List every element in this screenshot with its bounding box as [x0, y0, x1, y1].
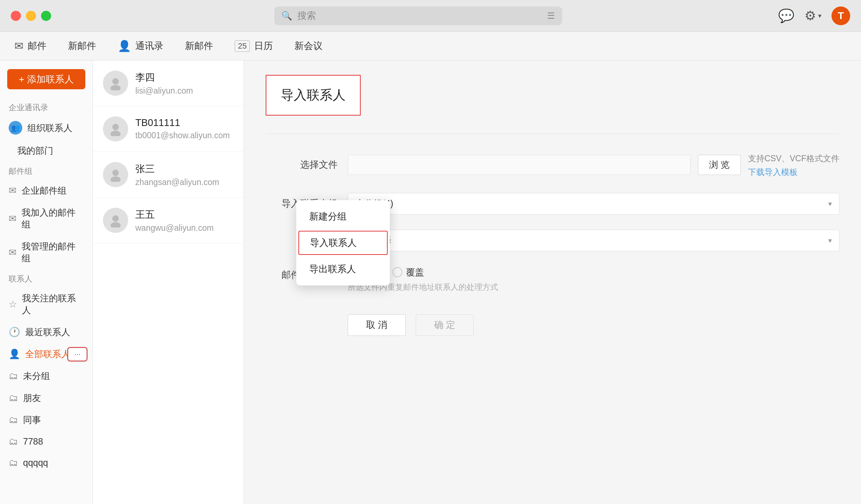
- folder-icon-0: 🗂: [9, 370, 18, 382]
- contact-avatar-2: [103, 162, 128, 187]
- group-3-label: 7788: [23, 436, 43, 447]
- folder-icon-2: 🗂: [9, 414, 18, 426]
- more-button[interactable]: ···: [68, 348, 87, 361]
- file-hint-text: 支持CSV、VCF格式文件: [748, 152, 839, 165]
- toolbar-contacts[interactable]: 👤 通讯录: [118, 40, 163, 52]
- gear-area[interactable]: ⚙ ▾: [804, 8, 821, 23]
- svg-point-5: [111, 176, 121, 182]
- group-1-label: 朋友: [23, 392, 41, 404]
- toolbar-new-mail[interactable]: 新邮件: [68, 40, 96, 52]
- file-input-box[interactable]: [348, 155, 691, 175]
- toolbar-mail[interactable]: ✉ 邮件: [14, 40, 46, 52]
- maximize-button[interactable]: [41, 11, 51, 21]
- select-file-label: 选择文件: [266, 158, 338, 171]
- chat-icon[interactable]: 💬: [778, 8, 794, 23]
- radio-cover[interactable]: 覆盖: [392, 266, 424, 278]
- sidebar: + 添加联系人 企业通讯录 👥 组织联系人 我的部门 邮件组 ✉ 企业邮件组 ✉…: [0, 60, 93, 504]
- contact-email-3: wangwu@aliyun.com: [135, 223, 234, 233]
- toolbar-new-meeting-label: 新会议: [294, 40, 323, 52]
- search-input[interactable]: 搜索: [297, 9, 542, 22]
- titlebar-right: 💬 ⚙ ▾ T: [778, 6, 850, 25]
- contact-name-2: 张三: [135, 162, 234, 175]
- group-2-label: 同事: [23, 414, 41, 426]
- sidebar-item-managed-mailgroup[interactable]: ✉ 我管理的邮件组: [0, 235, 93, 269]
- contact-item-0[interactable]: 李四 lisi@aliyun.com: [93, 60, 244, 106]
- form-row-select-file: 选择文件 浏 览 支持CSV、VCF格式文件 下载导入模板: [266, 152, 839, 178]
- titlebar: 🔍 搜索 ☰ 💬 ⚙ ▾ T: [0, 0, 861, 32]
- contact-avatar-1: [103, 116, 128, 141]
- encoding-select[interactable]: 自动选择 ▾: [348, 230, 839, 251]
- contact-info-3: 王五 wangwu@aliyun.com: [135, 208, 234, 233]
- svg-point-3: [111, 131, 121, 136]
- download-template-link[interactable]: 下载导入模板: [748, 167, 839, 178]
- contact-item-3[interactable]: 王五 wangwu@aliyun.com: [93, 198, 244, 243]
- svg-point-0: [112, 78, 119, 85]
- context-menu-export[interactable]: 导出联系人: [296, 256, 390, 282]
- confirm-button[interactable]: 确 定: [416, 314, 474, 336]
- mailgroup-section-label: 邮件组: [0, 163, 93, 180]
- browse-button[interactable]: 浏 览: [698, 155, 741, 175]
- calendar-badge: 25: [235, 40, 250, 52]
- group-0-label: 未分组: [23, 370, 50, 382]
- minimize-button[interactable]: [26, 11, 36, 21]
- sidebar-item-followed[interactable]: ☆ 我关注的联系人: [0, 287, 93, 321]
- contact-info-2: 张三 zhangsan@aliyun.com: [135, 162, 234, 187]
- toolbar-new-meeting[interactable]: 新会议: [294, 40, 323, 52]
- content-area: 导入联系人 选择文件 浏 览 支持CSV、VCF格式文件 下载导入模板 导入联系…: [244, 60, 861, 504]
- sidebar-item-my-dept[interactable]: 我的部门: [0, 140, 93, 162]
- radio-cover-label: 覆盖: [406, 266, 424, 278]
- enterprise-mailgroup-label: 企业邮件组: [22, 185, 67, 197]
- context-menu-import[interactable]: 导入联系人: [298, 231, 388, 255]
- followed-label: 我关注的联系人: [22, 292, 84, 316]
- sidebar-group-7788[interactable]: 🗂 7788: [0, 431, 93, 452]
- toolbar-new-mail-label: 新邮件: [68, 40, 96, 52]
- sidebar-item-enterprise-mailgroup[interactable]: ✉ 企业邮件组: [0, 180, 93, 202]
- file-input-area: 浏 览 支持CSV、VCF格式文件 下载导入模板: [348, 152, 839, 178]
- mail-icon: ✉: [14, 40, 23, 52]
- contact-info-1: TB011111 tb0001@show.aliyun.com: [135, 117, 234, 140]
- toolbar: ✉ 邮件 新邮件 👤 通讯录 新邮件 25 日历 新会议: [0, 32, 861, 60]
- cancel-button[interactable]: 取 消: [348, 314, 406, 336]
- folder-icon-4: 🗂: [9, 457, 18, 468]
- sidebar-group-unfiled[interactable]: 🗂 未分组: [0, 365, 93, 387]
- context-menu-new-group[interactable]: 新建分组: [296, 204, 390, 229]
- svg-point-7: [111, 222, 121, 228]
- org-icon: 👥: [9, 121, 22, 135]
- sidebar-item-recent[interactable]: 🕐 最近联系人: [0, 321, 93, 343]
- content-divider: [266, 134, 839, 134]
- toolbar-calendar-label: 日历: [254, 40, 273, 52]
- managed-mailgroup-icon: ✉: [9, 247, 17, 258]
- sidebar-group-qqqqq[interactable]: 🗂 qqqqq: [0, 452, 93, 473]
- avatar[interactable]: T: [831, 6, 850, 25]
- sidebar-group-friends[interactable]: 🗂 朋友: [0, 387, 93, 409]
- filter-icon[interactable]: ☰: [547, 11, 555, 21]
- toolbar-contacts-label: 通讯录: [135, 40, 163, 52]
- close-button[interactable]: [11, 11, 21, 21]
- sidebar-item-all-contacts[interactable]: 👤 全部联系人 ···: [0, 343, 93, 365]
- main-layout: + 添加联系人 企业通讯录 👥 组织联系人 我的部门 邮件组 ✉ 企业邮件组 ✉…: [0, 60, 861, 504]
- group-select[interactable]: 未分组(4) ▾: [348, 193, 839, 215]
- sidebar-item-joined-mailgroup[interactable]: ✉ 我加入的邮件组: [0, 202, 93, 235]
- contact-name-0: 李四: [135, 71, 234, 84]
- import-title-wrapper: 导入联系人: [266, 75, 839, 116]
- sidebar-group-colleagues[interactable]: 🗂 同事: [0, 409, 93, 431]
- contact-item-1[interactable]: TB011111 tb0001@show.aliyun.com: [93, 106, 244, 152]
- contact-item-2[interactable]: 张三 zhangsan@aliyun.com: [93, 152, 244, 198]
- all-contacts-label: 全部联系人: [25, 348, 70, 360]
- traffic-lights: [11, 11, 51, 21]
- all-contacts-icon: 👤: [9, 348, 20, 360]
- contact-name-3: 王五: [135, 208, 234, 221]
- folder-icon-1: 🗂: [9, 392, 18, 404]
- recent-label: 最近联系人: [25, 326, 70, 338]
- add-contact-button[interactable]: + 添加联系人: [7, 69, 85, 89]
- enterprise-section-label: 企业通讯录: [0, 99, 93, 116]
- toolbar-calendar[interactable]: 25 日历: [235, 40, 273, 52]
- encoding-select-chevron: ▾: [828, 236, 832, 245]
- svg-point-2: [112, 124, 119, 130]
- sidebar-item-org-contacts[interactable]: 👥 组织联系人: [0, 116, 93, 140]
- gear-icon[interactable]: ⚙: [804, 8, 816, 23]
- search-bar[interactable]: 🔍 搜索 ☰: [274, 6, 562, 25]
- contact-info-0: 李四 lisi@aliyun.com: [135, 71, 234, 96]
- toolbar-new-mail2[interactable]: 新邮件: [185, 40, 213, 52]
- contact-email-1: tb0001@show.aliyun.com: [135, 131, 234, 140]
